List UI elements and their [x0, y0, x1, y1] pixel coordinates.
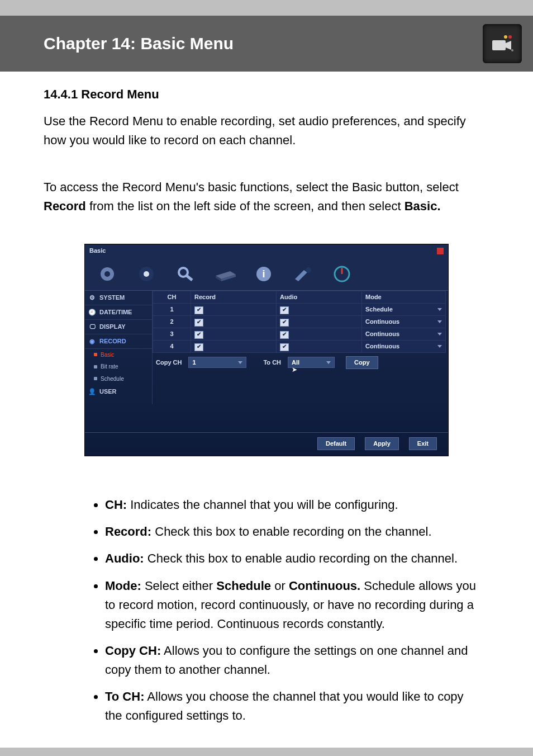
- chapter-title: Chapter 14: Basic Menu: [44, 34, 234, 53]
- copy-button[interactable]: Copy: [346, 356, 378, 369]
- list-item: Copy CH: Allows you to configure the set…: [105, 641, 489, 679]
- record-checkbox[interactable]: ✔: [194, 319, 203, 327]
- list-item: Audio: Check this box to enable audio re…: [105, 549, 489, 568]
- mode-value: Continuous: [365, 342, 399, 351]
- camera-icon: [483, 24, 522, 63]
- record-checkbox[interactable]: ✔: [194, 343, 203, 351]
- record-icon: ◉: [88, 337, 96, 345]
- chevron-down-icon: [437, 308, 442, 311]
- col-mode: Mode: [362, 291, 446, 303]
- cell-audio: ✔: [277, 328, 362, 340]
- table-row: 1 ✔ ✔ Schedule: [153, 303, 446, 315]
- cell-record: ✔: [191, 303, 277, 315]
- sidebar-item-display[interactable]: 🖵 DISPLAY: [85, 320, 152, 334]
- copy-ch-select[interactable]: 1: [188, 357, 246, 368]
- section-heading: 14.4.1 Record Menu: [44, 85, 489, 104]
- svg-point-16: [306, 267, 311, 273]
- cell-mode[interactable]: Continuous: [362, 340, 446, 352]
- mode-value: Continuous: [365, 329, 399, 339]
- default-button[interactable]: Default: [317, 437, 355, 450]
- cell-mode[interactable]: Continuous: [362, 315, 446, 328]
- sidebar-label-system: SYSTEM: [99, 293, 125, 303]
- tab-record-icon[interactable]: [135, 264, 158, 284]
- dvr-main-panel: CH Record Audio Mode 1 ✔ ✔ Schedule: [153, 291, 448, 405]
- sidebar-item-datetime[interactable]: 🕘 DATE/TIME: [85, 305, 152, 320]
- intro-p2-basic: Basic.: [404, 199, 441, 213]
- dvr-footer: Default Apply Exit: [85, 432, 448, 456]
- bullet-term: Mode:: [105, 579, 141, 593]
- bullet-icon: [94, 377, 97, 380]
- bullet-icon: [94, 353, 97, 356]
- mode-value: Continuous: [365, 317, 399, 327]
- sidebar-item-user[interactable]: 👤 USER: [85, 385, 152, 399]
- cursor-icon: ➤: [292, 365, 297, 375]
- tab-shutdown-icon[interactable]: [331, 264, 353, 284]
- chevron-down-icon: [437, 320, 442, 323]
- tab-search-icon[interactable]: [174, 264, 197, 284]
- list-item: To CH: Allows you choose the channel tha…: [105, 687, 489, 725]
- copy-ch-value: 1: [192, 358, 196, 367]
- bullet-continuous: Continuous.: [289, 579, 360, 593]
- chapter-header: Chapter 14: Basic Menu: [0, 16, 533, 72]
- record-checkbox[interactable]: ✔: [194, 306, 203, 314]
- cell-ch: 2: [153, 315, 191, 328]
- cell-mode[interactable]: Continuous: [362, 328, 446, 340]
- bullet-text-b: or: [271, 579, 289, 593]
- bullet-schedule: Schedule: [216, 579, 271, 593]
- svg-text:i: i: [262, 268, 265, 280]
- intro-paragraph-2: To access the Record Menu's basic functi…: [44, 178, 489, 216]
- dvr-titlebar: Basic: [85, 244, 448, 257]
- sidebar-label-datetime: DATE/TIME: [99, 308, 132, 317]
- sidebar-item-system[interactable]: ⚙ SYSTEM: [85, 291, 152, 305]
- svg-line-10: [187, 276, 192, 280]
- bullet-term: Record:: [105, 525, 151, 538]
- record-checkbox[interactable]: ✔: [194, 331, 203, 339]
- sidebar-sub-label-basic: Basic: [101, 351, 114, 360]
- dvr-screenshot: Basic i: [44, 244, 489, 456]
- sidebar-label-user: USER: [99, 387, 117, 396]
- audio-checkbox[interactable]: ✔: [280, 331, 289, 339]
- dvr-tab-strip: i: [85, 258, 448, 291]
- col-ch: CH: [153, 291, 191, 303]
- tab-maintain-icon[interactable]: [292, 264, 314, 284]
- tab-info-icon[interactable]: i: [253, 264, 275, 284]
- sidebar-sub-bitrate[interactable]: Bit rate: [85, 361, 152, 373]
- list-item: Mode: Select either Schedule or Continuo…: [105, 577, 489, 634]
- exit-button[interactable]: Exit: [409, 437, 437, 450]
- sidebar-sub-label-schedule: Schedule: [101, 375, 124, 384]
- tab-setup-icon[interactable]: [96, 264, 118, 284]
- description-list: CH: Indicates the channel that you will …: [44, 495, 489, 725]
- intro-p2-record: Record: [44, 199, 86, 213]
- list-item: Record: Check this box to enable recordi…: [105, 522, 489, 541]
- audio-checkbox[interactable]: ✔: [280, 319, 289, 327]
- sidebar-sub-schedule[interactable]: Schedule: [85, 373, 152, 385]
- audio-checkbox[interactable]: ✔: [280, 306, 289, 314]
- audio-checkbox[interactable]: ✔: [280, 343, 289, 351]
- chevron-down-icon: [437, 345, 442, 348]
- apply-button[interactable]: Apply: [365, 437, 399, 450]
- bullet-text: Indicates the channel that you will be c…: [127, 498, 398, 512]
- tab-hdd-icon[interactable]: [213, 264, 236, 284]
- svg-marker-3: [506, 41, 511, 50]
- intro-paragraph-1: Use the Record Menu to enable recording,…: [44, 112, 489, 150]
- table-row: 4 ✔ ✔ Continuous: [153, 340, 446, 352]
- bullet-term: Audio:: [105, 551, 144, 565]
- svg-point-1: [508, 35, 512, 39]
- bullet-icon: [94, 365, 97, 368]
- cell-record: ✔: [191, 340, 277, 352]
- bullet-term: To CH:: [105, 689, 144, 703]
- cell-mode[interactable]: Schedule: [362, 303, 446, 315]
- cell-audio: ✔: [277, 340, 362, 352]
- intro-p2-text-a: To access the Record Menu's basic functi…: [44, 180, 459, 194]
- copy-row: Copy CH 1 To CH All Copy: [153, 353, 446, 372]
- sidebar-item-record[interactable]: ◉ RECORD: [85, 334, 152, 349]
- cell-record: ✔: [191, 315, 277, 328]
- mode-value: Schedule: [365, 305, 393, 314]
- clock-icon: 🕘: [88, 308, 96, 316]
- cell-audio: ✔: [277, 315, 362, 328]
- sidebar-sub-basic[interactable]: Basic: [85, 349, 152, 361]
- top-grey-bar: [0, 0, 533, 16]
- close-icon[interactable]: [437, 248, 444, 254]
- list-item: CH: Indicates the channel that you will …: [105, 495, 489, 514]
- gear-icon: ⚙: [88, 294, 96, 301]
